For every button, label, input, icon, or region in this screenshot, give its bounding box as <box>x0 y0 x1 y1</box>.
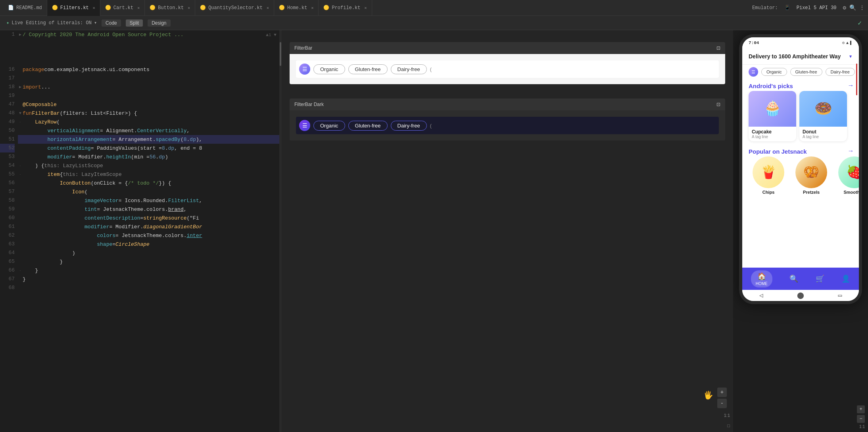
file-icon: 🟡 <box>150 5 156 11</box>
back-button[interactable]: ◁ <box>759 291 763 299</box>
code-line-1: ▶ / Copyright 2020 The Android Open Sour… <box>18 30 282 39</box>
line-numbers: 1 16 17 18 19 47 48 49 50 51 52 53 54 55… <box>0 30 18 432</box>
tab-profile[interactable]: 🟡 Profile.kt ✕ <box>319 0 372 16</box>
chip-organic-dark[interactable]: Organic <box>313 121 345 131</box>
code-line-56: · item { this: LazyItemScope <box>18 170 282 179</box>
code-line-17: package com.example.jetsnack.ui.componen… <box>18 65 282 74</box>
androids-picks-arrow[interactable]: → <box>849 82 853 89</box>
preview-panel-title-dark: FilterBar Dark <box>294 102 324 107</box>
recents-button[interactable]: ▭ <box>838 291 842 299</box>
tab-home[interactable]: 🟡 Home.kt ✕ <box>274 0 319 16</box>
phone-chip-dairyfree[interactable]: Dairy-free <box>826 68 855 76</box>
phone-chip-glutenfree[interactable]: Gluten-free <box>790 68 822 76</box>
fit-button[interactable]: □ <box>727 423 730 428</box>
expand-icon[interactable]: ⊡ <box>716 45 720 51</box>
cupcake-info: Cupcake A tag line <box>749 127 796 141</box>
phone-chip-organic[interactable]: Organic <box>761 68 787 76</box>
home-icon: 🏠 <box>757 272 766 281</box>
design-mode-button[interactable]: Design <box>148 19 170 27</box>
tab-filters[interactable]: 🟡 Filters.kt ✕ <box>47 0 100 16</box>
popular-card-smoothie[interactable]: 🍓 Smoothi... <box>834 156 859 195</box>
settings-icon[interactable]: ⚙ <box>843 4 846 11</box>
zoom-in-button[interactable]: + <box>717 388 727 397</box>
split-mode-button[interactable]: Split <box>126 19 143 27</box>
main-area: 1 16 17 18 19 47 48 49 50 51 52 53 54 55… <box>0 30 868 432</box>
second-bar: ✦ Live Editing of Literals: ON ▾ Code Sp… <box>0 16 868 30</box>
phone-zoom-in[interactable]: + <box>857 405 865 413</box>
second-bar-right: ✓ <box>858 19 862 27</box>
tab-button[interactable]: 🟡 Button.kt ✕ <box>145 0 195 16</box>
preview-panel-header: FilterBar ⊡ <box>290 42 725 54</box>
nav-home[interactable]: 🏠 HOME <box>751 270 772 287</box>
chip-organic-light[interactable]: Organic <box>313 64 345 74</box>
popular-row: 🍟 Chips 🥨 Pretzels 🍓 Smo <box>742 156 859 198</box>
expand-icon-dark[interactable]: ⊡ <box>716 102 720 107</box>
tab-close-icon[interactable]: ✕ <box>364 6 367 10</box>
profile-nav-icon: 👤 <box>841 274 850 283</box>
preview-panel-header-dark: FilterBar Dark ⊡ <box>290 98 725 110</box>
more-icon[interactable]: ⋮ <box>859 4 865 11</box>
popular-arrow[interactable]: → <box>849 148 853 155</box>
nav-search[interactable]: 🔍 <box>789 274 798 283</box>
tab-close-icon[interactable]: ✕ <box>267 6 269 10</box>
chip-dairyfree-light[interactable]: Dairy-free <box>391 64 427 74</box>
top-bar: 📄 README.md 🟡 Filters.kt ✕ 🟡 Cart.kt ✕ 🟡… <box>0 0 868 16</box>
top-bar-right: Emulator: 📱 Pixel 5 API 30 ⚙ 🔍 ⋮ <box>752 4 865 11</box>
code-line-64: shape = CircleShape <box>18 240 282 249</box>
zoom-out-button[interactable]: - <box>717 399 727 408</box>
nav-profile[interactable]: 👤 <box>841 274 850 283</box>
phone-filter-chips: ☰ Organic Gluten-free Dairy-free <box>742 65 859 79</box>
home-button[interactable]: ⬤ <box>797 291 804 299</box>
code-line-54: modifier = Modifier.heightIn(min = 56.dp… <box>18 152 282 161</box>
phone-frame: 7:04 ⊙ ▲ ▌ Delivery to 1600 Amphitheater… <box>739 34 862 304</box>
popular-card-chips[interactable]: 🍟 Chips <box>749 156 788 195</box>
tab-label: Profile.kt <box>332 5 360 11</box>
search-icon[interactable]: 🔍 <box>849 4 856 11</box>
cupcake-name: Cupcake <box>752 129 793 135</box>
code-line-16 <box>18 56 282 65</box>
filter-list-icon-light[interactable]: ☰ <box>299 64 310 75</box>
chip-dairyfree-dark[interactable]: Dairy-free <box>391 121 427 131</box>
cupcake-image: 🧁 <box>749 91 796 127</box>
tab-quantity[interactable]: 🟡 QuantitySelector.kt ✕ <box>195 0 274 16</box>
popular-card-pretzels[interactable]: 🥨 Pretzels <box>791 156 831 195</box>
pretzels-image: 🥨 <box>795 156 827 188</box>
code-line-59: imageVector = Icons.Rounded.FilterList, <box>18 196 282 205</box>
phone-filter-list-icon[interactable]: ☰ <box>749 67 758 77</box>
androids-picks-title: Android's picks <box>749 83 793 89</box>
delivery-bar[interactable]: Delivery to 1600 Amphitheater Way ▾ <box>742 48 859 65</box>
live-editing-toggle[interactable]: ✦ Live Editing of Literals: ON ▾ <box>6 20 97 26</box>
filter-list-icon-dark[interactable]: ☰ <box>299 120 310 131</box>
tab-close-icon[interactable]: ✕ <box>188 6 190 10</box>
code-line-55: · ) { this: LazyListScope <box>18 161 282 170</box>
phone-zoom-out[interactable]: − <box>857 415 865 423</box>
pick-card-donut[interactable]: 🍩 Donut A tag line <box>799 91 847 141</box>
donut-image: 🍩 <box>799 91 847 127</box>
tab-label: README.md <box>16 5 42 11</box>
tab-close-icon[interactable]: ✕ <box>93 6 95 10</box>
camera-icon: ⊙ <box>842 40 845 45</box>
file-icon: 🟡 <box>52 5 58 11</box>
preview-panel-title: FilterBar <box>294 45 312 51</box>
tab-readme[interactable]: 📄 README.md <box>3 0 47 16</box>
phone-zoom-controls: + − 1:1 <box>857 405 865 429</box>
phone-nav-bar: 🏠 HOME 🔍 🛒 👤 <box>742 268 859 290</box>
delivery-chevron-icon[interactable]: ▾ <box>849 52 853 60</box>
cupcake-tag: A tag line <box>752 135 793 139</box>
chip-glutenfree-light[interactable]: Gluten-free <box>348 64 388 74</box>
donut-info: Donut A tag line <box>799 127 847 141</box>
toolbar-icons: ⚙ 🔍 ⋮ <box>843 4 865 11</box>
delivery-address: Delivery to 1600 Amphitheater Way <box>749 53 841 60</box>
code-line-gap <box>18 39 282 56</box>
tab-close-icon[interactable]: ✕ <box>311 6 313 10</box>
code-editor[interactable]: 1 16 17 18 19 47 48 49 50 51 52 53 54 55… <box>0 30 282 432</box>
nav-cart[interactable]: 🛒 <box>816 274 824 283</box>
tab-close-icon[interactable]: ✕ <box>137 6 140 10</box>
tab-cart[interactable]: 🟡 Cart.kt ✕ <box>100 0 145 16</box>
donut-tag: A tag line <box>803 135 844 139</box>
chips-name: Chips <box>762 190 775 195</box>
cursor-hand-icon: 🖐 <box>703 390 713 400</box>
chip-glutenfree-dark[interactable]: Gluten-free <box>348 121 388 131</box>
code-mode-button[interactable]: Code <box>102 19 121 27</box>
pick-card-cupcake[interactable]: 🧁 Cupcake A tag line <box>749 91 796 141</box>
